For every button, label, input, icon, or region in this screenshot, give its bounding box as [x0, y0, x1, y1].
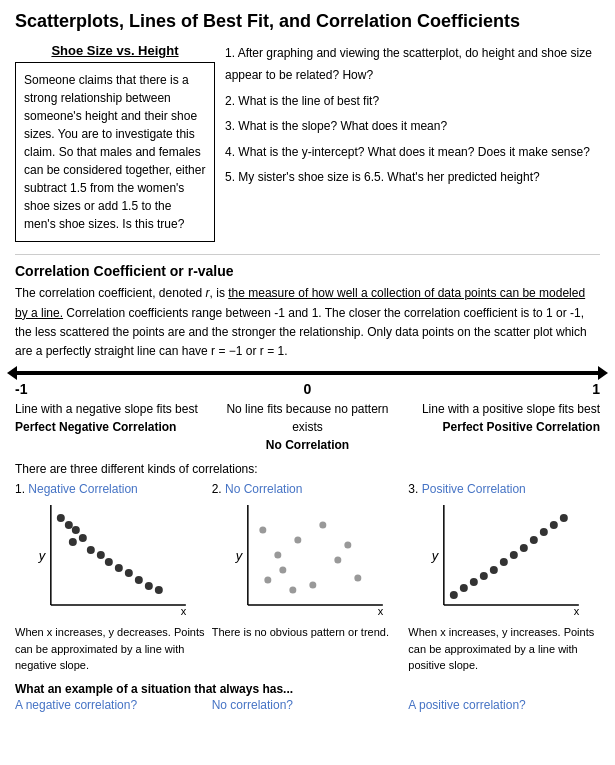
- problem-text: Someone claims that there is a strong re…: [24, 73, 205, 231]
- svg-point-42: [510, 551, 518, 559]
- questions-list: 1. After graphing and viewing the scatte…: [225, 43, 600, 242]
- svg-point-9: [87, 546, 95, 554]
- scale-positive-num: 1: [407, 379, 600, 400]
- scatter-negative-svg: y x: [15, 500, 207, 620]
- svg-point-5: [65, 521, 73, 529]
- what-example-label: What an example of a situation that alwa…: [15, 682, 293, 696]
- chart-positive-desc: When x increases, y increases. Points ca…: [408, 624, 600, 674]
- svg-point-13: [125, 569, 133, 577]
- shoe-size-title: Shoe Size vs. Height: [51, 43, 178, 58]
- chart-no-title: 2. No Correlation: [212, 482, 404, 496]
- chart-positive: 3. Positive Correlation y x: [408, 482, 600, 674]
- three-kinds-section: There are three different kinds of corre…: [15, 462, 600, 674]
- desc-part3: Correlation coefficients range between -…: [15, 306, 587, 358]
- scatter-positive-container: y x: [408, 500, 600, 620]
- svg-point-14: [135, 576, 143, 584]
- correlation-header: Correlation Coefficient or r-value: [15, 263, 600, 279]
- chart-negative-desc: When x increases, y decreases. Points ca…: [15, 624, 207, 674]
- what-example-row: A negative correlation? No correlation? …: [15, 698, 600, 712]
- svg-point-44: [530, 536, 538, 544]
- svg-point-47: [560, 514, 568, 522]
- svg-point-12: [115, 564, 123, 572]
- top-section: Shoe Size vs. Height Someone claims that…: [15, 43, 600, 242]
- chart-no-title-text: No Correlation: [225, 482, 302, 496]
- svg-text:y: y: [431, 548, 440, 563]
- svg-point-6: [72, 526, 80, 534]
- svg-text:x: x: [574, 605, 580, 617]
- svg-point-16: [155, 586, 163, 594]
- question-1: 1. After graphing and viewing the scatte…: [225, 43, 600, 86]
- problem-description-box: Someone claims that there is a strong re…: [15, 62, 215, 242]
- svg-text:x: x: [378, 605, 384, 617]
- three-kinds-label: There are three different kinds of corre…: [15, 462, 600, 476]
- page-title: Scatterplots, Lines of Best Fit, and Cor…: [15, 10, 600, 33]
- svg-text:y: y: [38, 548, 47, 563]
- svg-point-4: [57, 514, 65, 522]
- svg-point-28: [344, 542, 351, 549]
- svg-point-31: [264, 577, 271, 584]
- question-4: 4. What is the y-intercept? What does it…: [225, 142, 600, 164]
- svg-point-39: [480, 572, 488, 580]
- svg-point-25: [319, 522, 326, 529]
- scale-negative: -1 Line with a negative slope fits best …: [15, 379, 208, 454]
- svg-point-10: [97, 551, 105, 559]
- chart-no-correlation: 2. No Correlation y x: [212, 482, 404, 674]
- arrow-line: [15, 371, 600, 375]
- svg-point-29: [289, 587, 296, 594]
- svg-point-37: [460, 584, 468, 592]
- svg-point-27: [274, 552, 281, 559]
- svg-point-36: [450, 591, 458, 599]
- svg-point-22: [279, 567, 286, 574]
- svg-point-23: [294, 537, 301, 544]
- chart-negative-title: 1. Negative Correlation: [15, 482, 207, 496]
- desc-part2: , is: [210, 286, 229, 300]
- scale-positive-desc: Line with a positive slope fits best: [407, 400, 600, 418]
- correlation-section: Correlation Coefficient or r-value The c…: [15, 263, 600, 454]
- scatter-no-container: y x: [212, 500, 404, 620]
- scatter-negative-container: y x: [15, 500, 207, 620]
- svg-point-26: [334, 557, 341, 564]
- scatter-no-svg: y x: [212, 500, 404, 620]
- example-no-correlation[interactable]: No correlation?: [212, 698, 404, 712]
- what-example-section: What an example of a situation that alwa…: [15, 682, 600, 712]
- svg-point-11: [105, 558, 113, 566]
- question-5: 5. My sister's shoe size is 6.5. What's …: [225, 167, 600, 189]
- scale-negative-bold: Perfect Negative Correlation: [15, 418, 208, 436]
- svg-text:y: y: [235, 548, 244, 563]
- chart-positive-title-text: Positive Correlation: [422, 482, 526, 496]
- svg-point-41: [500, 558, 508, 566]
- scale-zero-bold: No Correlation: [211, 436, 404, 454]
- svg-point-21: [259, 527, 266, 534]
- scale-zero: 0 No line fits because no pattern exists…: [211, 379, 404, 454]
- scatter-positive-svg: y x: [408, 500, 600, 620]
- scale-positive: 1 Line with a positive slope fits best P…: [407, 379, 600, 454]
- svg-point-40: [490, 566, 498, 574]
- example-negative[interactable]: A negative correlation?: [15, 698, 207, 712]
- svg-point-38: [470, 578, 478, 586]
- svg-point-15: [145, 582, 153, 590]
- svg-point-45: [540, 528, 548, 536]
- svg-point-8: [69, 538, 77, 546]
- scale-zero-num: 0: [211, 379, 404, 400]
- question-2: 2. What is the line of best fit?: [225, 91, 600, 113]
- svg-point-7: [79, 534, 87, 542]
- correlation-description: The correlation coefficient, denoted r, …: [15, 284, 600, 361]
- charts-row: 1. Negative Correlation y x: [15, 482, 600, 674]
- section-divider: [15, 254, 600, 255]
- left-column: Shoe Size vs. Height Someone claims that…: [15, 43, 215, 242]
- svg-point-43: [520, 544, 528, 552]
- svg-point-30: [354, 575, 361, 582]
- desc-part1: The correlation coefficient, denoted: [15, 286, 206, 300]
- chart-no-desc: There is no obvious pattern or trend.: [212, 624, 404, 641]
- scale-negative-num: -1: [15, 379, 208, 400]
- correlation-scale: -1 Line with a negative slope fits best …: [15, 379, 600, 454]
- chart-positive-title: 3. Positive Correlation: [408, 482, 600, 496]
- example-positive[interactable]: A positive correlation?: [408, 698, 600, 712]
- scale-negative-desc: Line with a negative slope fits best: [15, 400, 208, 418]
- scale-positive-bold: Perfect Positive Correlation: [407, 418, 600, 436]
- question-3: 3. What is the slope? What does it mean?: [225, 116, 600, 138]
- svg-point-24: [309, 582, 316, 589]
- svg-text:x: x: [181, 605, 187, 617]
- correlation-arrow: [15, 371, 600, 375]
- chart-negative-title-text: Negative Correlation: [28, 482, 137, 496]
